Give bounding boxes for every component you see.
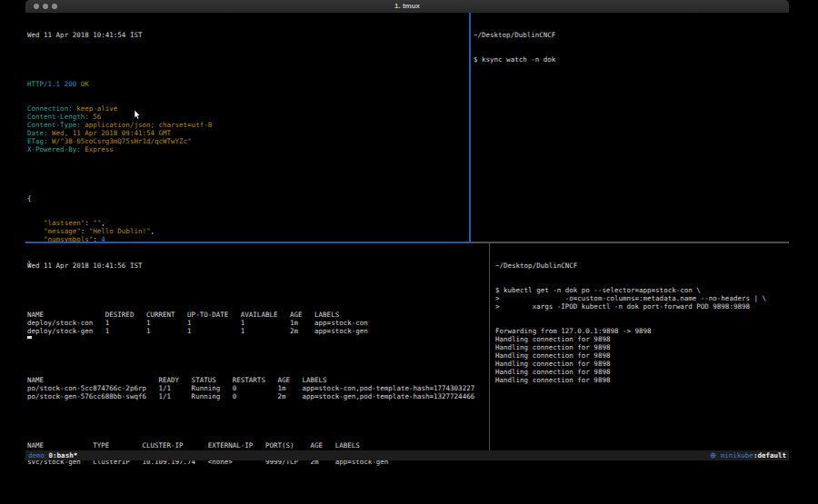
deployments-table: NAME DESIRED CURRENT UP-TO-DATE AVAILABL…	[27, 311, 487, 335]
pane-divider-horizontal-inactive[interactable]	[471, 242, 789, 243]
timestamp: Wed 11 Apr 2018 10:41:54 IST	[27, 31, 467, 39]
cwd: ~/Desktop/DublinCNCF	[474, 31, 787, 39]
titlebar[interactable]: 1. tmux	[25, 0, 789, 13]
terminal-line: po/stock-con-5cc874766c-2p6rp 1/1 Runnin…	[27, 384, 487, 392]
terminal-line: > -o=custom-columns=:metadata.name --no-…	[495, 294, 787, 302]
minimize-button[interactable]	[43, 4, 48, 9]
status-left: demo 0:bash*	[28, 450, 77, 460]
blank-line	[27, 55, 467, 64]
window-label[interactable]: 0:bash*	[49, 451, 78, 460]
http-status-line: HTTP/1.1 200 OK	[27, 80, 467, 88]
command-line: $ ksync watch -n dok	[474, 55, 787, 64]
terminal-line: NAME TYPE CLUSTER-IP EXTERNAL-IP PORT(S)…	[27, 441, 487, 450]
pane-divider-vertical-top[interactable]	[469, 13, 471, 242]
terminal-line: ETag: W/"38-05coCsrg3mQ75sHr1d/qcWTwYZc"	[27, 137, 467, 145]
terminal-line: Handling connection for 9898	[495, 368, 787, 376]
terminal-line: $ kubectl get -n dok po --selector=app=s…	[495, 286, 787, 294]
cwd: ~/Desktop/DublinCNCF	[495, 262, 787, 270]
terminal-line: Content-Length: 56	[27, 113, 467, 121]
terminal-line: Content-Type: application/json; charset=…	[27, 121, 467, 129]
terminal-line: Date: Wed, 11 Apr 2018 09:41:54 GMT	[27, 129, 467, 137]
pane-divider-vertical-bottom[interactable]	[489, 243, 490, 450]
session-name[interactable]: demo	[28, 451, 45, 460]
output-lines: Forwarding from 127.0.0.1:9898 -> 9898Ha…	[495, 327, 787, 384]
terminal-line: X-Powered-By: Express	[27, 145, 467, 153]
pane-kubectl-get[interactable]: Wed 11 Apr 2018 10:41:56 IST NAME DESIRE…	[27, 245, 487, 482]
terminal-line: NAME READY STATUS RESTARTS AGE LABELS	[27, 376, 487, 384]
terminal-line: "lastseen": "",	[27, 219, 467, 227]
blank-line	[27, 417, 487, 425]
blank-line	[27, 170, 467, 178]
json-open-brace: {	[27, 194, 467, 203]
terminal-line: Forwarding from 127.0.0.1:9898 -> 9898	[495, 327, 787, 335]
terminal-window: 1. tmux Wed 11 Apr 2018 10:41:54 IST HTT…	[25, 0, 789, 463]
terminal-line: Handling connection for 9898	[495, 351, 787, 360]
http-headers: Connection: keep-aliveContent-Length: 56…	[27, 104, 467, 153]
kube-context: minikube	[721, 451, 753, 460]
terminal-line: po/stock-gen-576cc688bb-swqf6 1/1 Runnin…	[27, 392, 487, 400]
terminal-line: deploy/stock-con 1 1 1 1 1m app=stock-co…	[27, 319, 487, 327]
timestamp: Wed 11 Apr 2018 10:41:56 IST	[27, 262, 487, 270]
window-title: 1. tmux	[25, 0, 789, 13]
pane-divider-horizontal-active[interactable]	[25, 242, 471, 243]
http-reason: OK	[81, 80, 89, 88]
pods-table: NAME READY STATUS RESTARTS AGE LABELSpo/…	[27, 376, 487, 400]
terminal-line: NAME DESIRED CURRENT UP-TO-DATE AVAILABL…	[27, 311, 487, 319]
tmux-terminal: Wed 11 Apr 2018 10:41:54 IST HTTP/1.1 20…	[25, 13, 789, 463]
pane-ksync[interactable]: ~/Desktop/DublinCNCF $ ksync watch -n do…	[474, 15, 787, 80]
terminal-line: Handling connection for 9898	[495, 360, 787, 368]
close-button[interactable]	[34, 4, 39, 9]
terminal-line: Handling connection for 9898	[495, 335, 787, 343]
terminal-line: > xargs -IPOD kubectl -n dok port-forwar…	[495, 302, 787, 311]
kube-namespace: :default	[753, 451, 786, 460]
command-lines: $ kubectl get -n dok po --selector=app=s…	[495, 286, 787, 311]
json-body: "lastseen": "", "message": "Hello Dublin…	[27, 219, 467, 243]
traffic-lights	[34, 4, 57, 9]
status-right: minikube:default	[710, 450, 786, 460]
terminal-line: deploy/stock-gen 1 1 1 1 2m app=stock-ge…	[27, 327, 487, 335]
blank-line	[27, 286, 487, 294]
terminal-line: Handling connection for 9898	[495, 376, 787, 384]
terminal-line: Connection: keep-alive	[27, 104, 467, 113]
http-proto: HTTP	[27, 80, 44, 88]
tmux-status-bar: demo 0:bash* minikube:default	[25, 450, 789, 460]
http-version-code: /1.1 200	[44, 80, 81, 88]
pane-port-forward[interactable]: ~/Desktop/DublinCNCF $ kubectl get -n do…	[495, 245, 787, 400]
mouse-pointer	[134, 110, 141, 122]
terminal-line: "message": "Hello Dublin!",	[27, 227, 467, 235]
blank-line	[27, 351, 487, 360]
terminal-line: Handling connection for 9898	[495, 343, 787, 351]
zoom-button[interactable]	[52, 4, 57, 9]
